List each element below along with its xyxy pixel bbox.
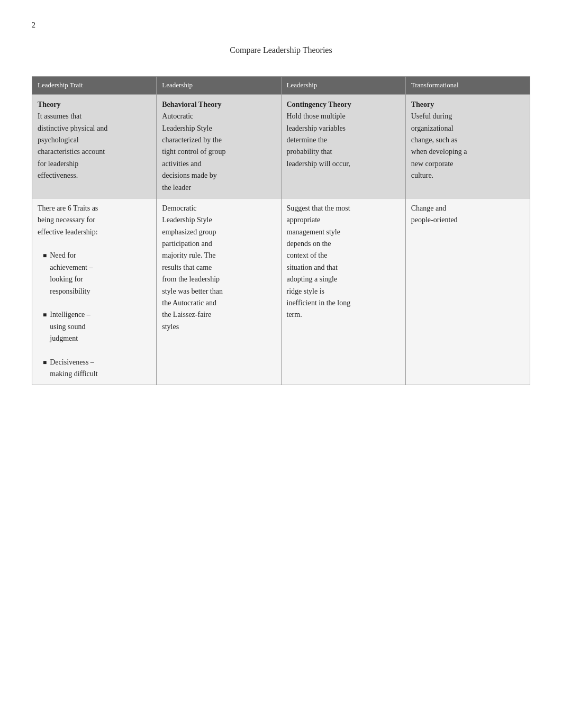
row2-col3-line10: term. bbox=[287, 311, 302, 319]
comparison-table: Leadership Trait Leadership Leadership T… bbox=[32, 76, 530, 385]
row1-col1-line2: distinctive physical and bbox=[38, 124, 107, 132]
row2-col2: Democratic Leadership Style emphasized g… bbox=[157, 198, 281, 385]
bullet-text-3: Decisiveness –making difficult bbox=[50, 357, 97, 380]
row1-col2-line3: characterized by the bbox=[162, 136, 222, 144]
row1-col2-line5: activities and bbox=[162, 160, 201, 168]
row1-col3-line4: probability that bbox=[287, 148, 332, 156]
row2-col2-line1: Democratic bbox=[162, 204, 196, 212]
row1-col2-heading: Behavioral Theory bbox=[162, 101, 221, 108]
bullet-item-2: ■ Intelligence –using soundjudgment bbox=[43, 309, 151, 344]
row2-col2-line8: style was better than bbox=[162, 287, 223, 295]
row2-col2-line10: the Laissez-faire bbox=[162, 311, 211, 319]
row2-col1-intro2: being necessary for bbox=[38, 216, 95, 224]
row2-col3-line2: appropriate bbox=[287, 216, 321, 224]
header-col1: Leadership Trait bbox=[32, 77, 157, 95]
page-number: 2 bbox=[32, 21, 530, 30]
row2-col3-line7: adopting a single bbox=[287, 275, 338, 283]
row1-col2-line4: tight control of group bbox=[162, 148, 225, 156]
row2-col2-line9: the Autocratic and bbox=[162, 299, 216, 307]
row1-col1-line3: psychological bbox=[38, 136, 79, 144]
bullet-icon-3: ■ bbox=[43, 358, 47, 368]
header-col3: Leadership bbox=[281, 77, 405, 95]
row2-col3-line9: inefficient in the long bbox=[287, 299, 351, 307]
row1-col4-heading: Theory bbox=[411, 101, 434, 108]
row1-col1-line4: characteristics account bbox=[38, 148, 105, 156]
row1-col2-line7: the leader bbox=[162, 184, 191, 192]
row2-col2-line6: results that came bbox=[162, 263, 212, 271]
row1-col4-line6: culture. bbox=[411, 171, 433, 179]
row1-col3: Contingency Theory Hold those multiple l… bbox=[281, 94, 405, 198]
row2-col2-line2: Leadership Style bbox=[162, 216, 212, 224]
table-header-row: Leadership Trait Leadership Leadership T… bbox=[32, 77, 530, 95]
bullet-item-3: ■ Decisiveness –making difficult bbox=[43, 357, 151, 380]
row1-col4-line3: change, such as bbox=[411, 136, 457, 144]
row1-col1: Theory It assumes that distinctive physi… bbox=[32, 94, 157, 198]
row2-col3-line3: management style bbox=[287, 228, 340, 236]
bullet-text-1: Need forachievement –looking forresponsi… bbox=[50, 250, 93, 297]
row1-col3-heading: Contingency Theory bbox=[287, 101, 351, 108]
table-row-1: Theory It assumes that distinctive physi… bbox=[32, 94, 530, 198]
row1-col3-line2: leadership variables bbox=[287, 124, 346, 132]
row1-col1-heading: Theory bbox=[38, 101, 61, 108]
header-col4: Transformational bbox=[405, 77, 530, 95]
row2-col3-line8: ridge style is bbox=[287, 287, 325, 295]
bullet-text-2: Intelligence –using soundjudgment bbox=[50, 309, 90, 344]
row2-col2-line4: participation and bbox=[162, 240, 212, 248]
row2-col3-line1: Suggest that the most bbox=[287, 204, 350, 212]
row1-col4-line5: new corporate bbox=[411, 160, 454, 168]
row1-col1-line5: for leadership bbox=[38, 160, 78, 168]
row2-col2-line7: from the leadership bbox=[162, 275, 220, 283]
bullet-item-1: ■ Need forachievement –looking forrespon… bbox=[43, 250, 151, 297]
row1-col1-line1: It assumes that bbox=[38, 112, 81, 120]
bullet-icon-1: ■ bbox=[43, 251, 47, 261]
row2-col1-intro1: There are 6 Traits as bbox=[38, 204, 98, 212]
row2-col3-line6: situation and that bbox=[287, 263, 338, 271]
row1-col1-line6: effectiveness. bbox=[38, 171, 78, 179]
row2-col4: Change and people-oriented bbox=[405, 198, 530, 385]
row2-col3: Suggest that the most appropriate manage… bbox=[281, 198, 405, 385]
row1-col4-line1: Useful during bbox=[411, 112, 452, 120]
row2-col2-line5: majority rule. The bbox=[162, 251, 215, 259]
bullet-icon-2: ■ bbox=[43, 310, 47, 320]
row2-col1: There are 6 Traits as being necessary fo… bbox=[32, 198, 157, 385]
row1-col2-line1: Autocratic bbox=[162, 112, 193, 120]
row2-col3-line4: depends on the bbox=[287, 240, 331, 248]
row2-col4-line2: people-oriented bbox=[411, 216, 458, 224]
row1-col3-line3: determine the bbox=[287, 136, 328, 144]
row1-col2-line2: Leadership Style bbox=[162, 124, 212, 132]
row1-col2: Behavioral Theory Autocratic Leadership … bbox=[157, 94, 281, 198]
row1-col3-line1: Hold those multiple bbox=[287, 112, 346, 120]
row1-col4-line4: when developing a bbox=[411, 148, 467, 156]
row1-col3-line5: leadership will occur, bbox=[287, 160, 350, 168]
header-col2: Leadership bbox=[157, 77, 281, 95]
table-row-2: There are 6 Traits as being necessary fo… bbox=[32, 198, 530, 385]
row2-col2-line11: styles bbox=[162, 323, 179, 331]
page-title: Compare Leadership Theories bbox=[32, 46, 530, 55]
row2-col2-line3: emphasized group bbox=[162, 228, 216, 236]
row1-col4: Theory Useful during organizational chan… bbox=[405, 94, 530, 198]
row2-col1-intro3: effective leadership: bbox=[38, 228, 98, 236]
row1-col4-line2: organizational bbox=[411, 124, 454, 132]
row2-col3-line5: context of the bbox=[287, 251, 328, 259]
row1-col2-line6: decisions made by bbox=[162, 171, 216, 179]
row2-col4-line1: Change and bbox=[411, 204, 446, 212]
